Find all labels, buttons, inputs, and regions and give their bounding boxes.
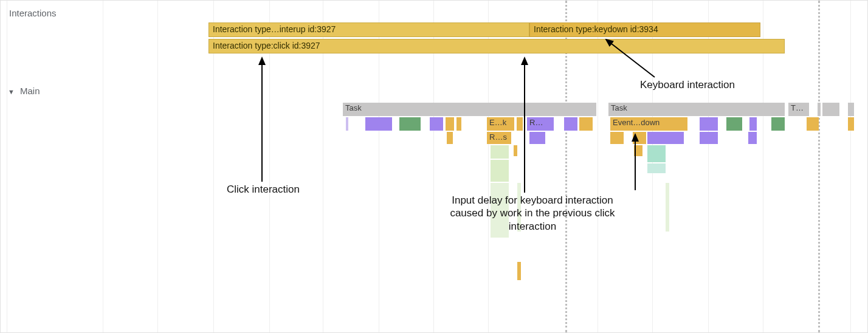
interaction-bar-keydown[interactable]: Interaction type:keydown id:3934 bbox=[529, 22, 760, 37]
track-label-main: Main bbox=[20, 86, 40, 96]
flame-slice[interactable] bbox=[564, 117, 577, 131]
flame-slice[interactable] bbox=[446, 117, 454, 131]
flame-slice[interactable] bbox=[456, 117, 461, 131]
flame-label: T… bbox=[788, 103, 809, 113]
timeline-marker bbox=[818, 1, 820, 332]
interaction-bar-label: Interaction type:click id:3927 bbox=[209, 39, 784, 52]
timeline-gridline bbox=[103, 1, 103, 332]
flame-slice[interactable] bbox=[633, 132, 646, 144]
annotation-keyboard: Keyboard interaction bbox=[621, 78, 754, 91]
flame-slice[interactable] bbox=[700, 132, 718, 144]
flame-slice[interactable] bbox=[771, 117, 785, 131]
flame-slice[interactable] bbox=[726, 117, 742, 131]
interaction-bar-label: Interaction type:keydown id:3934 bbox=[530, 23, 760, 35]
flame-slice[interactable] bbox=[399, 117, 421, 131]
flame-slice[interactable] bbox=[748, 132, 757, 144]
flame-event[interactable]: Event…down bbox=[610, 117, 687, 131]
flame-slice[interactable] bbox=[807, 117, 819, 131]
flame-slice[interactable] bbox=[647, 163, 666, 173]
flame-slice[interactable] bbox=[430, 117, 443, 131]
flame-slice[interactable] bbox=[491, 145, 509, 159]
flame-slice[interactable] bbox=[610, 132, 624, 144]
flame-slice[interactable] bbox=[749, 117, 757, 131]
flame-slice[interactable] bbox=[634, 145, 642, 156]
flame-task[interactable]: Task bbox=[343, 103, 596, 116]
flame-task[interactable] bbox=[822, 103, 839, 116]
timeline-gridline bbox=[7, 1, 7, 332]
flame-label: R… bbox=[527, 117, 554, 128]
timeline-gridline bbox=[850, 1, 851, 332]
flame-task[interactable] bbox=[818, 103, 821, 116]
flame-slice[interactable] bbox=[517, 117, 523, 131]
flame-label: R…s bbox=[487, 132, 511, 142]
flame-slice[interactable] bbox=[666, 183, 669, 232]
interaction-bar-pointerup[interactable]: Interaction type…interup id:3927 bbox=[208, 22, 529, 37]
interaction-bar-label: Interaction type…interup id:3927 bbox=[209, 23, 529, 35]
interaction-bar-click[interactable]: Interaction type:click id:3927 bbox=[208, 39, 785, 53]
flame-task[interactable] bbox=[848, 103, 854, 116]
flame-slice[interactable] bbox=[647, 132, 684, 144]
annotation-click: Click interaction bbox=[208, 183, 318, 196]
flame-slice[interactable]: R…s bbox=[487, 132, 511, 144]
flame-slice[interactable] bbox=[447, 132, 453, 144]
flame-task[interactable]: T… bbox=[788, 103, 809, 116]
performance-panel-excerpt: Interactions ▼ Main Interaction type…int… bbox=[0, 0, 868, 333]
flame-slice[interactable] bbox=[365, 117, 392, 131]
flame-task[interactable]: Task bbox=[608, 103, 785, 116]
flame-label: Task bbox=[608, 103, 785, 113]
flame-label: E…k bbox=[487, 117, 514, 128]
flame-event[interactable]: E…k bbox=[487, 117, 514, 131]
timeline-gridline bbox=[157, 1, 158, 332]
flame-slice[interactable]: R… bbox=[527, 117, 554, 131]
flame-slice[interactable] bbox=[491, 160, 509, 182]
track-label-interactions: Interactions bbox=[9, 8, 57, 18]
flame-slice[interactable] bbox=[647, 145, 666, 162]
flame-slice[interactable] bbox=[700, 117, 718, 131]
disclosure-triangle-icon[interactable]: ▼ bbox=[8, 88, 15, 95]
flame-slice[interactable] bbox=[517, 262, 521, 280]
flame-label: Event…down bbox=[610, 117, 687, 128]
flame-label: Task bbox=[343, 103, 596, 113]
annotation-input-delay: Input delay for keyboard interaction cau… bbox=[438, 194, 627, 233]
flame-slice[interactable] bbox=[529, 132, 545, 144]
flame-slice[interactable] bbox=[848, 117, 854, 131]
flame-slice[interactable] bbox=[346, 117, 348, 131]
flame-slice[interactable] bbox=[579, 117, 593, 131]
flame-slice[interactable] bbox=[514, 145, 517, 156]
